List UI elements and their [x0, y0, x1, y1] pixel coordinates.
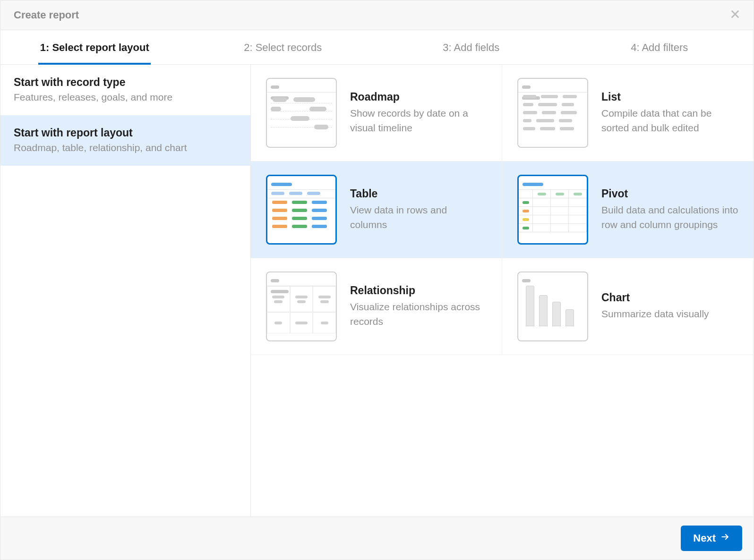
sidebar-option-desc: Features, releases, goals, and more — [14, 92, 237, 103]
layout-name: List — [601, 91, 738, 103]
modal-body: Start with record type Features, release… — [0, 65, 754, 517]
modal-footer: Next — [0, 517, 754, 560]
layout-desc: View data in rows and columns — [350, 203, 487, 232]
layout-option-list[interactable]: List Compile data that can be sorted and… — [502, 65, 754, 161]
step-label: 3: Add fields — [443, 42, 499, 53]
layout-option-roadmap[interactable]: Roadmap Show records by date on a visual… — [251, 65, 502, 161]
next-button-label: Next — [693, 532, 716, 544]
sidebar: Start with record type Features, release… — [0, 65, 251, 517]
layout-name: Table — [350, 187, 487, 200]
relationship-icon — [266, 272, 337, 341]
layout-desc: Build data and calculations into row and… — [601, 203, 738, 232]
step-add-filters[interactable]: 4: Add filters — [566, 30, 754, 64]
sidebar-option-desc: Roadmap, table, relationship, and chart — [14, 142, 237, 153]
table-icon — [266, 175, 337, 245]
step-label: 4: Add filters — [631, 42, 688, 53]
layout-name: Relationship — [350, 284, 487, 297]
close-icon — [730, 13, 740, 21]
layout-desc: Show records by date on a visual timelin… — [350, 106, 487, 135]
layout-option-chart[interactable]: Chart Summarize data visually — [502, 258, 754, 355]
chart-icon — [517, 272, 588, 341]
close-button[interactable] — [730, 9, 740, 21]
step-label: 1: Select report layout — [40, 42, 149, 53]
step-select-layout[interactable]: 1: Select report layout — [0, 30, 189, 64]
layout-name: Roadmap — [350, 91, 487, 103]
step-add-fields[interactable]: 3: Add fields — [377, 30, 566, 64]
layout-option-pivot[interactable]: Pivot Build data and calculations into r… — [502, 161, 754, 258]
layout-option-relationship[interactable]: Relationship Visualize relationships acr… — [251, 258, 502, 355]
layout-name: Chart — [601, 291, 709, 304]
arrow-right-icon — [720, 532, 730, 544]
layout-desc: Summarize data visually — [601, 307, 709, 321]
sidebar-option-title: Start with report layout — [14, 127, 237, 139]
roadmap-icon — [266, 78, 337, 148]
sidebar-option-record-type[interactable]: Start with record type Features, release… — [0, 65, 250, 115]
wizard-steps: 1: Select report layout 2: Select record… — [0, 30, 754, 65]
layout-grid: Roadmap Show records by date on a visual… — [251, 65, 754, 517]
list-icon — [517, 78, 588, 148]
modal-header: Create report — [0, 0, 754, 30]
step-label: 2: Select records — [244, 42, 322, 53]
sidebar-option-report-layout[interactable]: Start with report layout Roadmap, table,… — [0, 115, 250, 166]
pivot-icon — [517, 175, 588, 245]
layout-option-table[interactable]: Table View data in rows and columns — [251, 161, 502, 258]
next-button[interactable]: Next — [681, 526, 742, 551]
modal-title: Create report — [14, 9, 79, 21]
layout-desc: Visualize relationships across records — [350, 300, 487, 329]
layout-name: Pivot — [601, 187, 738, 200]
step-select-records[interactable]: 2: Select records — [189, 30, 377, 64]
layout-desc: Compile data that can be sorted and bulk… — [601, 106, 738, 135]
sidebar-option-title: Start with record type — [14, 76, 237, 89]
create-report-modal: Create report 1: Select report layout 2:… — [0, 0, 754, 560]
